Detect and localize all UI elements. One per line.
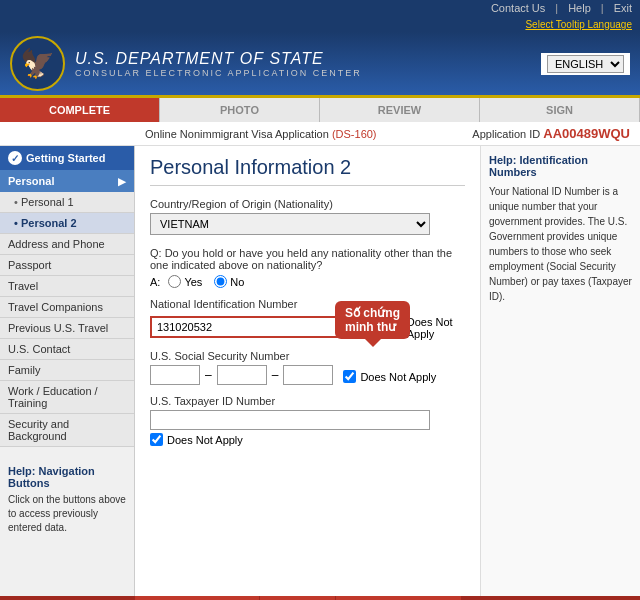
radio-no[interactable] — [214, 275, 227, 288]
nationality-select[interactable]: VIETNAM — [150, 213, 430, 235]
ssn-input-3[interactable] — [283, 365, 333, 385]
sidebar-item-travel[interactable]: Travel — [0, 276, 134, 297]
taxpayer-label: U.S. Taxpayer ID Number — [150, 395, 465, 407]
radio-yes-label[interactable]: Yes — [168, 275, 202, 288]
back-button[interactable]: ◄ Back: Personal 1 — [0, 596, 135, 600]
header: 🦅 U.S. Department of State Consular Elec… — [0, 32, 640, 98]
language-select[interactable]: ENGLISH — [547, 55, 624, 73]
bottom-bar: ◄ Back: Personal 1 💾 Save Next: Address … — [0, 596, 640, 600]
page-title: Personal Information 2 — [150, 156, 465, 186]
tab-review[interactable]: REVIEW — [320, 98, 480, 122]
national-id-section: National Identification Number Does Not … — [150, 298, 465, 340]
sidebar-item-passport[interactable]: Passport — [0, 255, 134, 276]
radio-yes[interactable] — [168, 275, 181, 288]
app-title: Online Nonimmigrant Visa Application (DS… — [145, 128, 377, 140]
top-bar: Contact Us | Help | Exit — [0, 0, 640, 16]
app-header: Online Nonimmigrant Visa Application (DS… — [0, 122, 640, 146]
sidebar-item-personal1[interactable]: Personal 1 — [0, 192, 134, 213]
application-id: Application ID AA00489WQU — [472, 126, 630, 141]
page-content: Personal Information 2 Country/Region of… — [135, 146, 480, 596]
taxpayer-section: U.S. Taxpayer ID Number Does Not Apply — [150, 395, 465, 446]
tab-sign[interactable]: SIGN — [480, 98, 640, 122]
nav-tabs: COMPLETE PHOTO REVIEW SIGN — [0, 98, 640, 122]
logo: 🦅 — [10, 36, 65, 91]
contact-us-link[interactable]: Contact Us — [491, 2, 545, 14]
radio-group: Yes No — [168, 275, 244, 288]
sidebar-item-security[interactable]: Security and Background — [0, 414, 134, 447]
sidebar-getting-started[interactable]: Getting Started — [0, 146, 134, 170]
sidebar-item-travel-companions[interactable]: Travel Companions — [0, 297, 134, 318]
tab-photo[interactable]: PHOTO — [160, 98, 320, 122]
tooltip-bubble: Số chứng minh thư — [335, 301, 410, 339]
taxpayer-input[interactable] — [150, 410, 430, 430]
question-answer: A: Yes No — [150, 275, 465, 288]
sidebar-section-personal[interactable]: Personal ▶ — [0, 170, 134, 192]
sidebar-item-us-contact[interactable]: U.S. Contact — [0, 339, 134, 360]
next-button[interactable]: Next: Address and Phone ► — [461, 596, 640, 600]
exit-link[interactable]: Exit — [614, 2, 632, 14]
ssn-label: U.S. Social Security Number — [150, 350, 465, 362]
question-text: Q: Do you hold or have you held any nati… — [150, 247, 465, 271]
sidebar-item-work-education[interactable]: Work / Education / Training — [0, 381, 134, 414]
nationality-question-block: Q: Do you hold or have you held any nati… — [150, 247, 465, 288]
ssn-input-2[interactable] — [217, 365, 267, 385]
header-title: U.S. Department of State Consular Electr… — [75, 50, 541, 78]
help-panel: Help: Identification Numbers Your Nation… — [480, 146, 640, 596]
main-layout: Getting Started Personal ▶ Personal 1 Pe… — [0, 146, 640, 596]
radio-no-label[interactable]: No — [214, 275, 244, 288]
tooltip-language-link[interactable]: Select Tooltip Language — [525, 19, 632, 30]
ssn-dna-checkbox[interactable] — [343, 370, 356, 383]
sidebar-item-previous-us-travel[interactable]: Previous U.S. Travel — [0, 318, 134, 339]
ssn-input-1[interactable] — [150, 365, 200, 385]
sidebar: Getting Started Personal ▶ Personal 1 Pe… — [0, 146, 135, 596]
save-button[interactable]: 💾 Save — [259, 596, 336, 600]
help-link[interactable]: Help — [568, 2, 591, 14]
taxpayer-dna-checkbox[interactable] — [150, 433, 163, 446]
chevron-right-icon: ▶ — [118, 176, 126, 187]
national-id-label: National Identification Number — [150, 298, 465, 310]
language-selector-area: ENGLISH — [541, 53, 630, 75]
ssn-section: U.S. Social Security Number – – Does Not… — [150, 350, 465, 385]
nationality-label: Country/Region of Origin (Nationality) — [150, 198, 465, 210]
help-nav-section: Help: Navigation Buttons Click on the bu… — [0, 457, 134, 543]
sidebar-item-personal2[interactable]: Personal 2 — [0, 213, 134, 234]
tab-complete[interactable]: COMPLETE — [0, 98, 160, 122]
nationality-section: Country/Region of Origin (Nationality) V… — [150, 198, 465, 235]
sidebar-item-family[interactable]: Family — [0, 360, 134, 381]
help-panel-title: Help: Identification Numbers — [489, 154, 632, 178]
help-panel-text: Your National ID Number is a unique numb… — [489, 184, 632, 304]
sidebar-item-address[interactable]: Address and Phone — [0, 234, 134, 255]
